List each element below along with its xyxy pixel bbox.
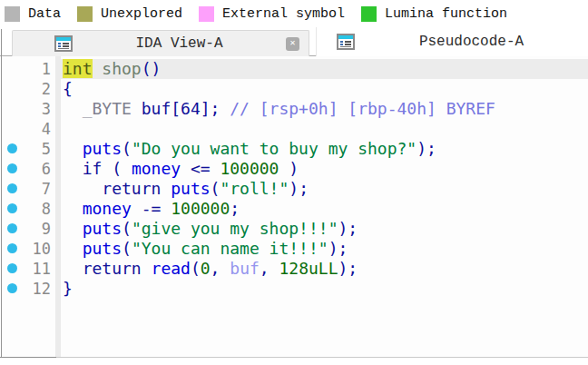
line-gutter[interactable]: 2: [2, 79, 55, 99]
code-token: (: [211, 179, 220, 198]
tab-label: IDA View-A: [73, 35, 286, 52]
legend-item: Data: [5, 6, 61, 22]
code-token: money: [83, 199, 132, 218]
legend-item: Lumina function: [361, 6, 507, 22]
breakpoint-icon[interactable]: [7, 183, 17, 193]
code-line-text[interactable]: int shop(): [61, 59, 588, 79]
line-number: 5: [42, 139, 51, 159]
code-token: [63, 139, 83, 158]
line-number: 2: [42, 79, 51, 99]
code-token: (: [122, 139, 132, 158]
code-token: [63, 99, 83, 118]
line-number: 8: [42, 199, 51, 219]
code-token: [132, 99, 142, 118]
code-line: 8 money -= 100000;: [2, 199, 588, 219]
code-token: puts: [83, 239, 122, 258]
breakpoint-icon[interactable]: [7, 203, 17, 213]
code-token: puts: [83, 219, 122, 238]
code-line-text[interactable]: return read(0, buf, 128uLL);: [61, 259, 588, 279]
code-token: [220, 259, 230, 278]
code-token: [63, 219, 83, 238]
color-swatch-icon: [199, 6, 214, 22]
code-token: buf: [230, 259, 260, 278]
code-line-text[interactable]: puts("You can name it!!!");: [61, 239, 588, 259]
line-gutter[interactable]: 11: [2, 259, 55, 279]
code-line: 2{: [2, 79, 588, 99]
code-token: _BYTE: [83, 99, 132, 118]
code-line-text[interactable]: _BYTE buf[64]; // [rsp+0h] [rbp-40h] BYR…: [61, 99, 588, 119]
breakpoint-icon[interactable]: [7, 263, 17, 273]
code-token: );: [289, 179, 309, 198]
code-line: 5 puts("Do you want to buy my shop?");: [2, 139, 588, 159]
panel-left-border: [1, 29, 2, 357]
code-token: [63, 259, 83, 278]
code-token: [63, 239, 83, 258]
code-token: 100000: [171, 199, 230, 218]
code-line-text[interactable]: return puts("roll!");: [61, 179, 588, 199]
code-line-text[interactable]: [61, 119, 588, 139]
code-token: ): [279, 159, 299, 178]
legend-label: Unexplored: [101, 6, 182, 22]
code-token: "You can name it!!!": [132, 239, 328, 258]
code-token: [63, 179, 102, 198]
code-token: ,: [260, 259, 270, 278]
legend-label: External symbol: [222, 6, 345, 22]
code-token: -=: [132, 199, 171, 218]
close-tab-icon[interactable]: [286, 37, 299, 51]
code-token: "give you my shop!!!": [132, 219, 338, 238]
line-number: 4: [42, 119, 51, 139]
legend-bar: DataUnexploredExternal symbolLumina func…: [0, 0, 588, 27]
breakpoint-icon[interactable]: [7, 223, 17, 233]
breakpoint-icon[interactable]: [7, 243, 17, 253]
breakpoint-icon[interactable]: [7, 143, 17, 153]
code-token: [161, 179, 171, 198]
code-token: if (: [83, 159, 132, 178]
line-gutter[interactable]: 6: [2, 159, 55, 179]
view-window-icon: [337, 34, 355, 50]
breakpoint-icon[interactable]: [7, 283, 17, 293]
code-listing: 1int shop()2{3 _BYTE buf[64]; // [rsp+0h…: [2, 59, 588, 299]
line-gutter[interactable]: 5: [2, 139, 55, 159]
view-window-icon: [54, 35, 73, 52]
code-token: [63, 199, 83, 218]
line-gutter[interactable]: 4: [2, 119, 55, 139]
line-gutter[interactable]: 1: [2, 59, 55, 79]
code-token: <=: [181, 159, 220, 178]
code-line: 11 return read(0, buf, 128uLL);: [2, 259, 588, 279]
legend-label: Lumina function: [385, 6, 507, 22]
line-gutter[interactable]: 9: [2, 219, 55, 239]
code-line-text[interactable]: }: [61, 279, 588, 299]
breakpoint-icon[interactable]: [7, 163, 17, 173]
legend-label: Data: [28, 6, 61, 22]
line-gutter[interactable]: 12: [2, 279, 55, 299]
code-token: );: [416, 139, 436, 158]
code-token: (: [122, 219, 132, 238]
tab-pseudocode-a[interactable]: Pseudocode-A: [316, 27, 588, 56]
line-gutter[interactable]: 7: [2, 179, 55, 199]
line-gutter[interactable]: 3: [2, 99, 55, 119]
line-gutter[interactable]: 8: [2, 199, 55, 219]
code-token: [93, 59, 103, 78]
code-line-text[interactable]: puts("Do you want to buy my shop?");: [61, 139, 588, 159]
code-line: 9 puts("give you my shop!!!");: [2, 219, 588, 239]
code-token: 0: [201, 259, 211, 278]
tab-ida-view-a[interactable]: IDA View-A: [12, 30, 309, 56]
code-line-text[interactable]: puts("give you my shop!!!");: [61, 219, 588, 239]
code-line-text[interactable]: {: [61, 79, 588, 99]
code-token: (: [191, 259, 201, 278]
legend-item: Unexplored: [77, 6, 182, 22]
code-token: );: [338, 259, 358, 278]
code-line-text[interactable]: money -= 100000;: [61, 199, 588, 219]
code-line-text[interactable]: if ( money <= 100000 ): [61, 159, 588, 179]
code-token: ,: [211, 259, 220, 278]
code-token: int: [63, 59, 93, 78]
code-token: shop: [102, 59, 141, 78]
code-token: 128uLL: [279, 259, 338, 278]
line-gutter[interactable]: 10: [2, 239, 55, 259]
legend-item: External symbol: [199, 6, 345, 22]
code-line: 12}: [2, 279, 588, 299]
code-token: ;: [230, 199, 240, 218]
pseudocode-panel: 1int shop()2{3 _BYTE buf[64]; // [rsp+0h…: [2, 56, 588, 357]
panel-bottom-border: [0, 357, 588, 358]
code-line: 1int shop(): [2, 59, 588, 79]
